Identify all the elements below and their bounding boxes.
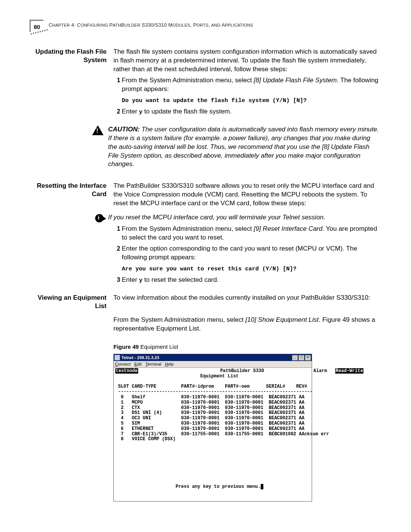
table-row: 8 VOICE COMP (DSX) (115, 436, 175, 442)
table-row: 5 SIM 030-11970-0001 030-11970-0001 BEAC… (115, 421, 304, 426)
prompt-reset: Are you sure you want to reset this card… (122, 266, 296, 272)
step-2-reset: 2Enter the option corresponding to the c… (113, 244, 381, 262)
info-note-reset: If you reset the MCPU interface card, yo… (107, 213, 381, 222)
table-row: 1 MCPU 030-11970-0001 030-11970-0001 BEA… (115, 400, 304, 405)
telnet-window: Telnet - 209.31.3.23 _ □ × Connect Edit … (113, 354, 312, 502)
section-heading-equipment: Viewing an Equipment List (30, 294, 113, 310)
section-intro-reset: The PathBuilder S330/S310 software allow… (113, 182, 381, 208)
step-1-flash: 1From the System Administration menu, se… (113, 76, 381, 94)
section-direction-equipment: From the System Administration menu, sel… (113, 316, 381, 333)
step-1-reset: 1From the System Administration menu, se… (113, 225, 381, 242)
telnet-body: testnode PathBuilder S330 Alarm Read-Wri… (114, 368, 312, 501)
menu-help[interactable]: Help (165, 361, 174, 367)
telnet-menubar[interactable]: Connect Edit Terminal Help (114, 361, 312, 368)
section-heading-reset: Resetting the Interface Card (30, 182, 113, 198)
maximize-button[interactable]: □ (298, 355, 304, 361)
rw-highlight: Read-Write (335, 368, 363, 374)
info-icon (95, 214, 104, 222)
app-icon (115, 355, 120, 360)
menu-connect[interactable]: Connect (115, 361, 131, 367)
caution-text: CAUTION: The user configuration data is … (107, 125, 381, 169)
menu-terminal[interactable]: Terminal (145, 361, 161, 367)
caution-icon (92, 125, 104, 135)
minimize-button[interactable]: _ (292, 355, 298, 361)
table-row: 0 Shelf 030-11970-0001 030-11970-0001 BE… (115, 395, 304, 400)
menu-edit[interactable]: Edit (134, 361, 142, 367)
prompt-flash: Do you want to update the flash file sys… (122, 97, 307, 104)
telnet-titlebar[interactable]: Telnet - 209.31.3.23 _ □ × (114, 354, 312, 361)
table-row: 7 CBR-E1(3)/V35 030-11755-0001 030-11755… (115, 431, 329, 437)
step-3-reset: 3Enter y to reset the selected card. (113, 276, 381, 285)
close-button[interactable]: × (305, 355, 311, 361)
section-intro-equipment: To view information about the modules cu… (113, 294, 381, 302)
table-row: 6 ETHERNET 030-11970-0001 030-11970-0001… (115, 426, 304, 431)
table-row: 2 CTX 030-11970-0001 030-11970-0001 BEAC… (115, 405, 304, 411)
section-intro-flash: The flash file system contains system co… (113, 48, 381, 74)
table-row: 4 OC3 UNI 030-11970-0001 030-11970-0001 … (115, 415, 304, 421)
hostname-highlight: testnode (115, 368, 138, 374)
section-heading-flash: Updating the Flash File System (30, 48, 113, 64)
figure-caption: Figure 49 Equipment List (113, 343, 381, 351)
step-2-flash: 2Enter y to update the flash file system… (113, 107, 381, 117)
page-header: CHAPTER 4: CONFIGURING PATHBUILDER S330/… (49, 22, 253, 28)
telnet-title-text: Telnet - 209.31.3.23 (121, 355, 292, 361)
table-row: 3 DS1 UNI (4) 030-11970-0001 030-11970-0… (115, 410, 304, 415)
